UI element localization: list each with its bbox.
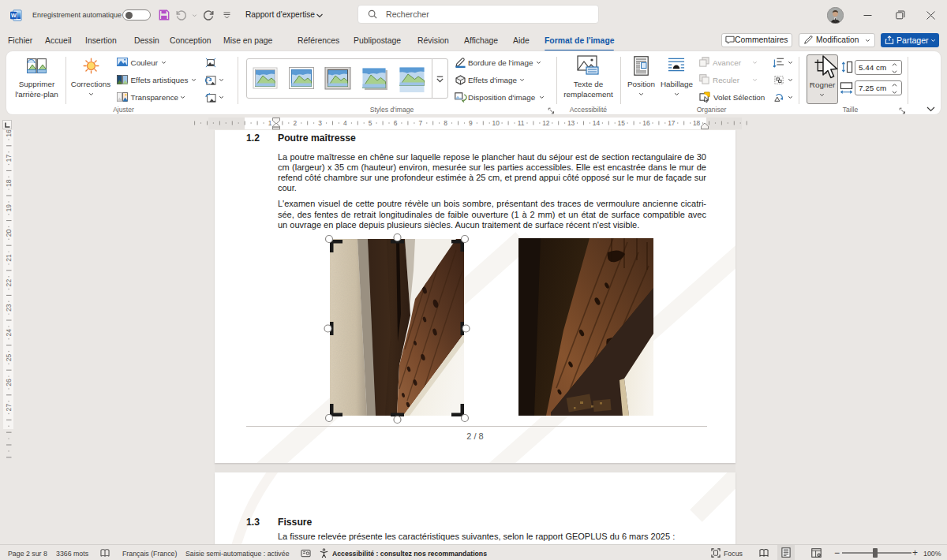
svg-text:18: 18 <box>693 119 701 127</box>
svg-text:7: 7 <box>418 119 422 127</box>
svg-text:24: 24 <box>5 329 13 337</box>
svg-text:26: 26 <box>5 379 13 386</box>
svg-text:18: 18 <box>5 179 13 187</box>
svg-text:2: 2 <box>293 119 297 127</box>
svg-text:25: 25 <box>5 353 13 361</box>
svg-text:17: 17 <box>668 119 676 127</box>
svg-text:23: 23 <box>5 304 13 312</box>
svg-text:13: 13 <box>567 119 575 127</box>
svg-text:3: 3 <box>318 119 322 127</box>
svg-text:22: 22 <box>5 279 13 287</box>
svg-text:10: 10 <box>492 119 500 127</box>
svg-text:1: 1 <box>268 119 272 127</box>
svg-text:5: 5 <box>369 119 372 127</box>
svg-text:14: 14 <box>593 119 601 127</box>
svg-text:12: 12 <box>542 119 550 127</box>
svg-text:6: 6 <box>394 119 398 127</box>
svg-text:8: 8 <box>444 119 447 127</box>
svg-text:9: 9 <box>469 119 473 127</box>
svg-text:16: 16 <box>5 130 13 137</box>
svg-text:19: 19 <box>5 204 13 212</box>
svg-text:27: 27 <box>5 404 13 412</box>
svg-text:21: 21 <box>5 254 13 262</box>
svg-text:15: 15 <box>618 119 626 127</box>
svg-text:11: 11 <box>518 119 525 127</box>
svg-text:17: 17 <box>5 155 13 162</box>
svg-text:16: 16 <box>642 119 650 127</box>
svg-text:20: 20 <box>5 229 13 237</box>
svg-text:4: 4 <box>343 119 347 127</box>
